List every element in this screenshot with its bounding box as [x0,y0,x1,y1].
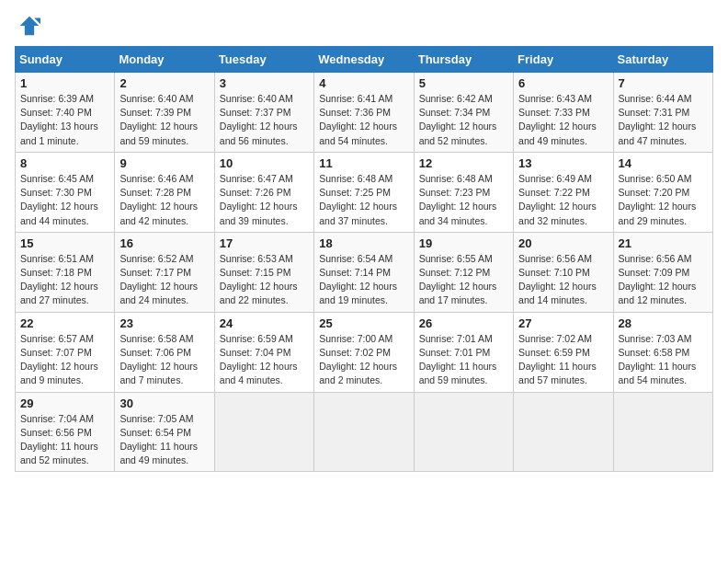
day-number: 3 [220,76,309,90]
calendar-cell [613,392,712,472]
calendar-cell: 26Sunrise: 7:01 AMSunset: 7:01 PMDayligh… [414,312,513,392]
day-info: Sunrise: 7:00 AMSunset: 7:02 PMDaylight:… [319,332,408,388]
calendar-header: SundayMondayTuesdayWednesdayThursdayFrid… [16,47,713,73]
day-number: 16 [119,236,209,250]
day-number: 11 [319,156,408,170]
day-info: Sunrise: 6:41 AMSunset: 7:36 PMDaylight:… [319,92,408,148]
day-number: 8 [20,156,109,170]
day-number: 2 [119,76,209,90]
day-number: 9 [119,156,209,170]
week-row-2: 8Sunrise: 6:45 AMSunset: 7:30 PMDaylight… [16,152,713,232]
day-info: Sunrise: 7:03 AMSunset: 6:58 PMDaylight:… [619,332,708,388]
week-row-4: 22Sunrise: 6:57 AMSunset: 7:07 PMDayligh… [16,312,713,392]
header-day-saturday: Saturday [613,47,712,73]
day-info: Sunrise: 6:53 AMSunset: 7:15 PMDaylight:… [220,252,309,308]
calendar-cell: 13Sunrise: 6:49 AMSunset: 7:22 PMDayligh… [514,152,613,232]
calendar-cell: 19Sunrise: 6:55 AMSunset: 7:12 PMDayligh… [414,232,513,312]
day-number: 17 [220,236,309,250]
day-number: 30 [119,396,209,410]
header-row: SundayMondayTuesdayWednesdayThursdayFrid… [16,47,713,73]
day-info: Sunrise: 6:42 AMSunset: 7:34 PMDaylight:… [419,92,508,148]
day-number: 19 [419,236,508,250]
calendar-body: 1Sunrise: 6:39 AMSunset: 7:40 PMDaylight… [16,73,713,472]
day-number: 10 [220,156,309,170]
day-info: Sunrise: 6:49 AMSunset: 7:22 PMDaylight:… [518,172,608,228]
day-info: Sunrise: 6:52 AMSunset: 7:17 PMDaylight:… [119,252,209,308]
day-info: Sunrise: 6:48 AMSunset: 7:25 PMDaylight:… [319,172,408,228]
day-info: Sunrise: 6:51 AMSunset: 7:18 PMDaylight:… [20,252,109,308]
calendar-cell: 12Sunrise: 6:48 AMSunset: 7:23 PMDayligh… [414,152,513,232]
calendar-table: SundayMondayTuesdayWednesdayThursdayFrid… [15,46,713,472]
header-day-wednesday: Wednesday [314,47,414,73]
day-info: Sunrise: 7:01 AMSunset: 7:01 PMDaylight:… [419,332,508,388]
calendar-cell: 2Sunrise: 6:40 AMSunset: 7:39 PMDaylight… [115,73,214,153]
calendar-cell: 24Sunrise: 6:59 AMSunset: 7:04 PMDayligh… [214,312,313,392]
day-info: Sunrise: 7:04 AMSunset: 6:56 PMDaylight:… [20,412,109,468]
day-info: Sunrise: 6:45 AMSunset: 7:30 PMDaylight:… [20,172,109,228]
calendar-cell: 18Sunrise: 6:54 AMSunset: 7:14 PMDayligh… [314,232,414,312]
calendar-cell: 5Sunrise: 6:42 AMSunset: 7:34 PMDaylight… [414,73,513,153]
calendar-cell: 6Sunrise: 6:43 AMSunset: 7:33 PMDaylight… [514,73,613,153]
day-info: Sunrise: 6:40 AMSunset: 7:39 PMDaylight:… [119,92,209,148]
day-number: 5 [419,76,508,90]
calendar-cell: 21Sunrise: 6:56 AMSunset: 7:09 PMDayligh… [613,232,712,312]
calendar-cell [214,392,313,472]
day-info: Sunrise: 6:54 AMSunset: 7:14 PMDaylight:… [319,252,408,308]
day-number: 27 [518,316,608,330]
day-info: Sunrise: 6:39 AMSunset: 7:40 PMDaylight:… [20,92,109,148]
day-number: 26 [419,316,508,330]
calendar-cell: 22Sunrise: 6:57 AMSunset: 7:07 PMDayligh… [16,312,115,392]
day-info: Sunrise: 6:56 AMSunset: 7:10 PMDaylight:… [518,252,608,308]
calendar-cell: 9Sunrise: 6:46 AMSunset: 7:28 PMDaylight… [115,152,214,232]
calendar-cell: 3Sunrise: 6:40 AMSunset: 7:37 PMDaylight… [214,73,313,153]
logo [15,15,40,37]
week-row-5: 29Sunrise: 7:04 AMSunset: 6:56 PMDayligh… [16,392,713,472]
day-info: Sunrise: 6:59 AMSunset: 7:04 PMDaylight:… [220,332,309,388]
calendar-cell: 8Sunrise: 6:45 AMSunset: 7:30 PMDaylight… [16,152,115,232]
day-number: 28 [619,316,708,330]
calendar-cell [414,392,513,472]
calendar-cell: 14Sunrise: 6:50 AMSunset: 7:20 PMDayligh… [613,152,712,232]
day-number: 25 [319,316,408,330]
day-number: 20 [518,236,608,250]
day-info: Sunrise: 7:05 AMSunset: 6:54 PMDaylight:… [119,412,209,468]
day-info: Sunrise: 6:50 AMSunset: 7:20 PMDaylight:… [619,172,708,228]
header-day-tuesday: Tuesday [214,47,313,73]
day-info: Sunrise: 6:43 AMSunset: 7:33 PMDaylight:… [518,92,608,148]
day-number: 13 [518,156,608,170]
day-info: Sunrise: 6:55 AMSunset: 7:12 PMDaylight:… [419,252,508,308]
calendar-cell: 11Sunrise: 6:48 AMSunset: 7:25 PMDayligh… [314,152,414,232]
week-row-1: 1Sunrise: 6:39 AMSunset: 7:40 PMDaylight… [16,73,713,153]
calendar-cell: 4Sunrise: 6:41 AMSunset: 7:36 PMDaylight… [314,73,414,153]
calendar-cell: 30Sunrise: 7:05 AMSunset: 6:54 PMDayligh… [115,392,214,472]
calendar-cell: 29Sunrise: 7:04 AMSunset: 6:56 PMDayligh… [16,392,115,472]
page-header [15,15,713,37]
day-info: Sunrise: 6:44 AMSunset: 7:31 PMDaylight:… [619,92,708,148]
header-day-sunday: Sunday [16,47,115,73]
calendar-cell: 23Sunrise: 6:58 AMSunset: 7:06 PMDayligh… [115,312,214,392]
day-info: Sunrise: 6:47 AMSunset: 7:26 PMDaylight:… [220,172,309,228]
day-number: 1 [20,76,109,90]
calendar-cell: 25Sunrise: 7:00 AMSunset: 7:02 PMDayligh… [314,312,414,392]
calendar-cell: 27Sunrise: 7:02 AMSunset: 6:59 PMDayligh… [514,312,613,392]
day-info: Sunrise: 6:48 AMSunset: 7:23 PMDaylight:… [419,172,508,228]
day-number: 23 [119,316,209,330]
logo-icon [18,15,40,37]
week-row-3: 15Sunrise: 6:51 AMSunset: 7:18 PMDayligh… [16,232,713,312]
calendar-cell: 1Sunrise: 6:39 AMSunset: 7:40 PMDaylight… [16,73,115,153]
header-day-friday: Friday [514,47,613,73]
calendar-cell: 28Sunrise: 7:03 AMSunset: 6:58 PMDayligh… [613,312,712,392]
day-info: Sunrise: 6:56 AMSunset: 7:09 PMDaylight:… [619,252,708,308]
day-info: Sunrise: 7:02 AMSunset: 6:59 PMDaylight:… [518,332,608,388]
day-info: Sunrise: 6:46 AMSunset: 7:28 PMDaylight:… [119,172,209,228]
day-number: 14 [619,156,708,170]
day-number: 21 [619,236,708,250]
calendar-cell: 17Sunrise: 6:53 AMSunset: 7:15 PMDayligh… [214,232,313,312]
day-number: 12 [419,156,508,170]
calendar-cell [314,392,414,472]
calendar-cell [514,392,613,472]
calendar-cell: 20Sunrise: 6:56 AMSunset: 7:10 PMDayligh… [514,232,613,312]
header-day-monday: Monday [115,47,214,73]
day-number: 15 [20,236,109,250]
day-info: Sunrise: 6:40 AMSunset: 7:37 PMDaylight:… [220,92,309,148]
